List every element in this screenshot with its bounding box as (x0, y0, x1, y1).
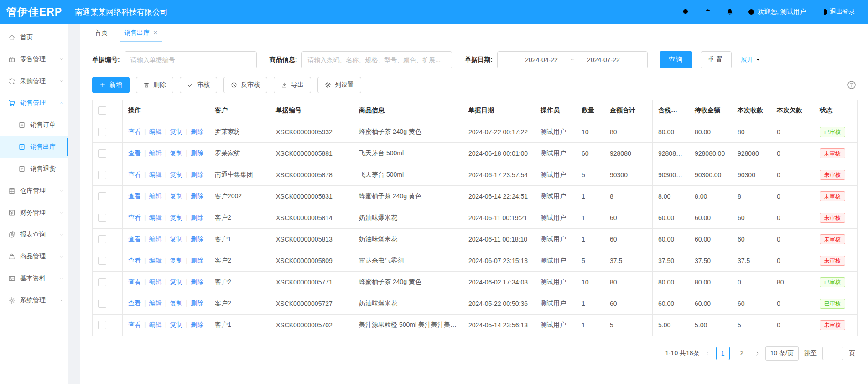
sidebar-item-sales-outbound[interactable]: 销售出库 (0, 136, 68, 158)
sidebar-item-system[interactable]: 系统管理 (0, 289, 68, 311)
next-page-icon[interactable] (754, 351, 760, 356)
action-view-link[interactable]: 查看 (128, 235, 141, 242)
action-edit-link[interactable]: 编辑 (149, 149, 162, 157)
help-icon[interactable] (847, 80, 856, 89)
date-end-value[interactable]: 2024-07-22 (587, 56, 620, 63)
sidebar-item-sales-return[interactable]: 销售退货 (0, 158, 68, 180)
row-checkbox[interactable] (98, 214, 106, 222)
column-header: 含税合计 (653, 100, 689, 121)
action-view-link[interactable]: 查看 (128, 214, 141, 221)
sidebar-item-warehouse[interactable]: 仓库管理 (0, 180, 68, 202)
action-edit-link[interactable]: 编辑 (149, 235, 162, 242)
action-delete-link[interactable]: 删除 (191, 321, 203, 328)
action-copy-link[interactable]: 复制 (170, 171, 182, 178)
product-input[interactable] (301, 51, 452, 68)
jump-input[interactable] (822, 347, 843, 360)
sidebar-item-home[interactable]: 首页 (0, 26, 68, 48)
action-edit-link[interactable]: 编辑 (149, 278, 162, 285)
sidebar-item-sales-order[interactable]: 销售订单 (0, 114, 68, 136)
page-button-1[interactable]: 1 (716, 347, 730, 360)
bank-icon[interactable] (704, 8, 712, 16)
search-icon[interactable] (682, 8, 690, 16)
row-checkbox[interactable] (98, 278, 106, 286)
page-size-select[interactable]: 10 条/页 (765, 346, 799, 361)
cell-customer: 客户2 (209, 207, 270, 229)
close-icon[interactable]: × (153, 29, 157, 37)
action-view-link[interactable]: 查看 (128, 171, 141, 178)
action-delete-link[interactable]: 删除 (191, 257, 203, 264)
action-copy-link[interactable]: 复制 (170, 235, 182, 242)
action-view-link[interactable]: 查看 (128, 149, 141, 157)
action-edit-link[interactable]: 编辑 (149, 171, 162, 178)
logout-button[interactable]: 退出登录 (820, 8, 855, 16)
row-checkbox[interactable] (98, 171, 106, 179)
action-copy-link[interactable]: 复制 (170, 128, 182, 135)
action-view-link[interactable]: 查看 (128, 257, 141, 264)
action-delete-link[interactable]: 删除 (191, 235, 203, 242)
action-edit-link[interactable]: 编辑 (149, 192, 162, 200)
sidebar-item-goods[interactable]: 商品管理 (0, 246, 68, 268)
action-view-link[interactable]: 查看 (128, 128, 141, 135)
action-delete-link[interactable]: 删除 (191, 214, 203, 221)
action-copy-link[interactable]: 复制 (170, 192, 182, 200)
sidebar-item-retail[interactable]: 零售管理 (0, 48, 68, 70)
sidebar-item-sales[interactable]: 销售管理 (0, 92, 68, 114)
action-delete-link[interactable]: 删除 (191, 171, 203, 178)
action-view-link[interactable]: 查看 (128, 300, 141, 307)
action-delete-link[interactable]: 删除 (191, 149, 203, 157)
cell-bill-no: XSCK00000005814 (270, 207, 353, 229)
audit-button[interactable]: 审核 (180, 77, 217, 93)
cell-amount: 80 (604, 121, 653, 143)
action-copy-link[interactable]: 复制 (170, 214, 182, 221)
bill-no-input[interactable] (125, 51, 257, 68)
action-delete-link[interactable]: 删除 (191, 278, 203, 285)
prev-page-icon[interactable] (705, 351, 711, 356)
search-button[interactable]: 查询 (660, 51, 692, 68)
action-delete-link[interactable]: 删除 (191, 300, 203, 307)
welcome-user[interactable]: 欢迎您, 测试用户 (748, 8, 806, 16)
action-copy-link[interactable]: 复制 (170, 321, 182, 328)
action-edit-link[interactable]: 编辑 (149, 214, 162, 221)
row-checkbox[interactable] (98, 300, 106, 308)
row-checkbox[interactable] (98, 149, 106, 158)
select-all-checkbox[interactable] (98, 106, 106, 115)
row-checkbox[interactable] (98, 257, 106, 265)
sidebar-item-purchase[interactable]: 采购管理 (0, 70, 68, 92)
date-start-value[interactable]: 2024-04-22 (525, 56, 558, 63)
row-checkbox[interactable] (98, 192, 106, 200)
cell-receivable: 928080.00 (689, 143, 732, 164)
date-range-picker[interactable]: 2024-04-22 ~ 2024-07-22 (497, 51, 648, 68)
action-edit-link[interactable]: 编辑 (149, 257, 162, 264)
tab-home[interactable]: 首页 (87, 24, 116, 42)
action-copy-link[interactable]: 复制 (170, 278, 182, 285)
action-delete-link[interactable]: 删除 (191, 192, 203, 200)
cell-qty: 60 (576, 143, 604, 164)
row-checkbox[interactable] (98, 128, 106, 136)
action-view-link[interactable]: 查看 (128, 192, 141, 200)
cell-tax-total: 928080.00 (653, 143, 689, 164)
reset-button[interactable]: 重置 (701, 51, 732, 68)
action-copy-link[interactable]: 复制 (170, 149, 182, 157)
unaudit-button[interactable]: 反审核 (223, 77, 267, 93)
action-view-link[interactable]: 查看 (128, 321, 141, 328)
expand-toggle[interactable]: 展开 (741, 56, 761, 64)
bell-icon[interactable] (726, 8, 734, 16)
action-delete-link[interactable]: 删除 (191, 128, 203, 135)
sidebar-item-report[interactable]: 报表查询 (0, 224, 68, 246)
action-view-link[interactable]: 查看 (128, 278, 141, 285)
tab-sales-outbound[interactable]: 销售出库× (116, 24, 166, 42)
action-edit-link[interactable]: 编辑 (149, 300, 162, 307)
action-edit-link[interactable]: 编辑 (149, 321, 162, 328)
delete-button[interactable]: 删除 (136, 77, 173, 93)
sidebar-item-basic[interactable]: 基本资料 (0, 268, 68, 289)
export-button[interactable]: 导出 (274, 77, 311, 93)
row-checkbox[interactable] (98, 321, 106, 329)
action-copy-link[interactable]: 复制 (170, 300, 182, 307)
columns-button[interactable]: 列设置 (317, 77, 361, 93)
page-button-2[interactable]: 2 (735, 347, 749, 360)
add-button[interactable]: 新增 (92, 77, 130, 93)
sidebar-item-finance[interactable]: 财务管理 (0, 202, 68, 224)
action-copy-link[interactable]: 复制 (170, 257, 182, 264)
action-edit-link[interactable]: 编辑 (149, 128, 162, 135)
row-checkbox[interactable] (98, 235, 106, 243)
